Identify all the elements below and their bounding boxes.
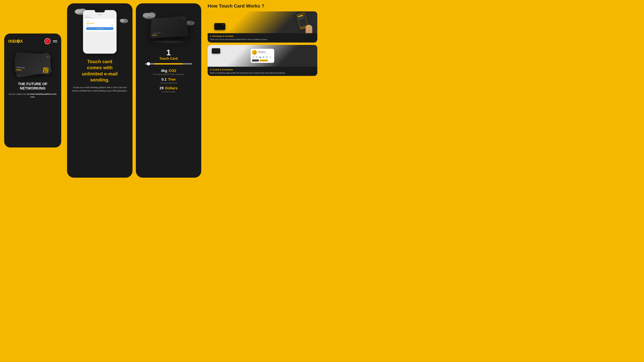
clicked-row: Clicked 0.00% — [86, 24, 114, 26]
phone-header-1: INB X 🇹🇷 — [8, 38, 57, 44]
action-buttons: Save Contact Exchange Contact — [252, 59, 273, 61]
last-campaign: Last Sent Campaign: — [85, 17, 115, 18]
stat-dollars: 29 Dollars You have saved — [140, 86, 197, 93]
save-contact-button[interactable]: Save Contact — [252, 59, 259, 61]
profile-name: Nikola Banks — [258, 51, 268, 52]
profile-role: E-mail Marketing Specialist — [258, 52, 268, 53]
logo: INB X — [8, 39, 23, 44]
qr-code — [43, 67, 48, 73]
facebook-icon: f — [269, 56, 272, 58]
panel-how-it-works: How Touch Card Works ? )))) — [203, 0, 322, 181]
instruction-2-content: 2. Create & Customize Build a compelling… — [208, 67, 317, 76]
instruction-card-1: )))) 1. Purchase & Activate Order your T… — [208, 11, 317, 42]
instruction-img-2: )))) Nikola Banks E-mail Marketing Speci… — [208, 45, 317, 67]
web-icon: 🌐 — [266, 56, 268, 58]
description: Not just a digital card; an email market… — [8, 93, 57, 98]
slider-thumb[interactable] — [147, 62, 150, 65]
panel-touch-card: )))) JOHN DOE INB⚙X 1 Touch Card 4kg CO2… — [136, 3, 201, 178]
flag-icon[interactable]: 🇹🇷 — [44, 38, 50, 44]
counter-number: 1 — [166, 49, 171, 57]
stat-co2: 4kg CO2 You have prevented carbon emissi… — [140, 68, 197, 75]
panel-email: Dashboard JOHN DOE Last Sent Campaign: O… — [67, 3, 132, 178]
stats-grid: 4kg CO2 You have prevented carbon emissi… — [140, 68, 197, 95]
instruction-1-content: 1. Purchase & Activate Order your Touch … — [208, 33, 317, 42]
need-help-button[interactable]: 🔔 Need help? — [86, 27, 114, 30]
instruction-card-2: )))) Nikola Banks E-mail Marketing Speci… — [208, 45, 317, 76]
phone-screen: Dashboard JOHN DOE Last Sent Campaign: O… — [83, 10, 116, 54]
email-dashboard: Opened 📧 Clicked 0.00% 🔔 Need help? — [85, 19, 115, 31]
profile-card-mini: Nikola Banks E-mail Marketing Specialist… — [251, 49, 274, 63]
panel-inbox: INB X 🇹🇷 )))) JOHN DOE INBQX — [0, 0, 66, 181]
card-illustration: )))) JOHN DOE INBQX — [8, 48, 57, 78]
nfc-icon: )))) — [46, 55, 49, 58]
counter-section: 1 Touch Card — [159, 49, 178, 60]
twitter-icon: ✕ — [252, 56, 255, 58]
tagline: THE FUTURE OF NETWORKING — [8, 82, 57, 91]
email-title: Touch card comes with unlimited e-mail s… — [82, 59, 118, 83]
svg-point-6 — [120, 19, 124, 22]
step-1-desc: Order your Touch card and get started wi… — [210, 38, 315, 41]
card-logo: INBQX — [16, 69, 22, 71]
person-name: JOHN DOE — [85, 16, 115, 17]
dashboard-title: Dashboard — [85, 14, 115, 15]
svg-point-9 — [148, 12, 156, 17]
step-1-label: 1. Purchase & Activate — [210, 35, 315, 37]
phone-notch — [95, 10, 105, 12]
instruction-img-1: )))) — [208, 11, 317, 33]
profile-header: Nikola Banks E-mail Marketing Specialist — [252, 50, 273, 55]
phone-mockup-email: Dashboard JOHN DOE Last Sent Campaign: O… — [83, 10, 116, 54]
step-2-desc: Build a compelling digital profile that … — [210, 71, 315, 74]
card-nfc-icon: )))) — [183, 17, 185, 19]
youtube-icon: ▶ — [262, 56, 265, 58]
how-it-works-title: How Touch Card Works ? — [208, 3, 317, 9]
dark-card-3d: )))) JOHN DOE INB⚙X — [150, 16, 188, 38]
card-3d-scene: )))) JOHN DOE INB⚙X — [140, 8, 197, 45]
cloud-decoration-2 — [119, 17, 129, 24]
counter-slider[interactable] — [145, 63, 192, 64]
phone-card-1: INB X 🇹🇷 )))) JOHN DOE INBQX — [4, 33, 61, 147]
opened-row: Opened 📧 — [86, 20, 114, 23]
step-2-label: 2. Create & Customize — [210, 68, 315, 71]
svg-point-1 — [18, 41, 18, 41]
counter-label: Touch Card — [159, 57, 178, 60]
menu-icon[interactable] — [53, 40, 57, 42]
card-front: )))) JOHN DOE INBQX — [14, 52, 51, 75]
instagram-icon: 📷 — [259, 56, 262, 58]
card-shadow — [152, 40, 185, 43]
exchange-contact-button[interactable]: Exchange Contact — [260, 59, 268, 61]
linkedin-icon: in — [256, 56, 258, 58]
email-description: Access our e-mail marketing platform wit… — [72, 86, 128, 93]
cloud-3d-1 — [142, 10, 157, 20]
avatar-mini — [252, 50, 257, 55]
social-icons: ✕ in 📷 ▶ 🌐 f — [252, 56, 273, 58]
stat-tree: 0.1 Tree You prevented its cut — [140, 77, 197, 84]
opened-bar — [86, 23, 94, 24]
